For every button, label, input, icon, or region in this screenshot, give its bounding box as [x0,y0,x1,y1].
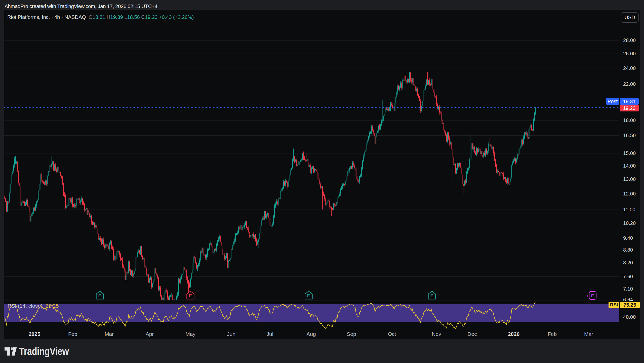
svg-text:≈: ≈ [586,293,588,298]
svg-text:E: E [98,293,102,298]
svg-text:E: E [591,293,594,298]
svg-text:E: E [189,293,192,298]
svg-text:E: E [307,293,310,298]
svg-text:E: E [430,293,434,298]
